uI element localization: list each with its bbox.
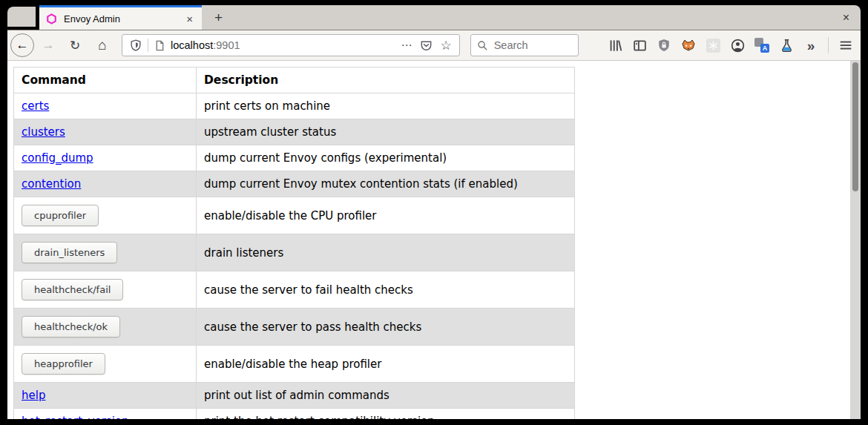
command-button-healthcheck/ok[interactable]: healthcheck/ok bbox=[22, 316, 120, 337]
page-info-icon[interactable] bbox=[154, 40, 165, 51]
description-cell: print the hot restart compatibility vers… bbox=[197, 409, 575, 420]
description-cell: print certs on machine bbox=[197, 93, 575, 119]
description-cell: enable/disable the heap profiler bbox=[197, 346, 575, 383]
command-cell: config_dump bbox=[14, 145, 197, 171]
table-header-row: Command Description bbox=[14, 67, 575, 93]
browser-window: Envoy Admin × + × ← → ↻ ⌂ localhost :990… bbox=[0, 0, 868, 425]
command-cell: certs bbox=[14, 93, 197, 119]
titlebar-spacer bbox=[7, 7, 36, 27]
urlbar-separator bbox=[148, 39, 148, 52]
home-button[interactable]: ⌂ bbox=[92, 37, 113, 53]
description-cell: enable/disable the CPU profiler bbox=[197, 197, 575, 234]
table-row: clustersupstream cluster status bbox=[14, 119, 575, 145]
new-tab-button[interactable]: + bbox=[209, 9, 228, 26]
table-row: healthcheck/okcause the server to pass h… bbox=[14, 309, 575, 346]
command-cell: drain_listeners bbox=[14, 234, 197, 271]
search-placeholder: Search bbox=[494, 39, 528, 51]
vertical-scrollbar[interactable] bbox=[850, 61, 861, 419]
tab-title: Envoy Admin bbox=[64, 13, 184, 24]
command-table-body: certsprint certs on machineclustersupstr… bbox=[14, 93, 575, 420]
disabled-extension-icon[interactable] bbox=[706, 38, 720, 53]
command-column-header: Command bbox=[14, 67, 197, 93]
description-cell: upstream cluster status bbox=[197, 119, 575, 145]
description-cell: cause the server to pass health checks bbox=[197, 309, 575, 346]
table-row: heapprofilerenable/disable the heap prof… bbox=[14, 346, 575, 383]
url-host-text: localhost bbox=[171, 39, 213, 51]
forward-button: → bbox=[39, 38, 58, 53]
command-link-config_dump[interactable]: config_dump bbox=[22, 151, 93, 165]
toolbar-icon-strip: A » bbox=[598, 37, 853, 53]
library-icon[interactable] bbox=[608, 38, 622, 53]
table-row: hot_restart_versionprint the hot restart… bbox=[14, 409, 575, 420]
description-cell: print out list of admin commands bbox=[197, 383, 575, 409]
command-cell: hot_restart_version bbox=[14, 409, 197, 420]
table-row: cpuprofilerenable/disable the CPU profil… bbox=[14, 197, 575, 234]
tab-bar-empty-area: + × bbox=[202, 5, 861, 30]
description-column-header: Description bbox=[197, 67, 575, 93]
table-row: contentiondump current Envoy mutex conte… bbox=[14, 171, 575, 197]
url-port-text: :9901 bbox=[213, 39, 240, 51]
command-cell: cpuprofiler bbox=[14, 197, 197, 234]
reload-button[interactable]: ↻ bbox=[65, 38, 85, 53]
command-button-cpuprofiler[interactable]: cpuprofiler bbox=[22, 205, 99, 226]
command-cell: help bbox=[14, 383, 197, 409]
url-bar[interactable]: localhost :9901 ⋯ ☆ bbox=[122, 34, 460, 56]
sidebar-toggle-icon[interactable] bbox=[632, 38, 647, 53]
tab-close-icon[interactable]: × bbox=[184, 13, 195, 25]
page-actions-icon[interactable]: ⋯ bbox=[401, 39, 412, 52]
shield-lock-extension-icon[interactable] bbox=[657, 38, 671, 53]
envoy-favicon-icon bbox=[46, 13, 57, 24]
description-cell: drain listeners bbox=[197, 234, 575, 271]
command-link-hot_restart_version[interactable]: hot_restart_version bbox=[22, 415, 129, 419]
table-row: healthcheck/failcause the server to fail… bbox=[14, 271, 575, 309]
tracking-protection-shield-icon[interactable] bbox=[130, 39, 142, 51]
tab-bar: Envoy Admin × + × bbox=[7, 5, 861, 30]
page-content: Command Description certsprint certs on … bbox=[7, 61, 861, 419]
table-row: helpprint out list of admin commands bbox=[14, 383, 575, 409]
navigation-toolbar: ← → ↻ ⌂ localhost :9901 ⋯ ☆ bbox=[7, 30, 861, 61]
bookmark-star-icon[interactable]: ☆ bbox=[440, 38, 451, 53]
description-cell: dump current Envoy mutex contention stat… bbox=[197, 171, 575, 197]
flask-extension-icon[interactable] bbox=[779, 38, 794, 53]
command-cell: healthcheck/ok bbox=[14, 309, 197, 346]
command-cell: clusters bbox=[14, 119, 197, 145]
hamburger-menu-icon[interactable] bbox=[838, 38, 853, 53]
account-extension-icon[interactable] bbox=[730, 38, 745, 53]
command-button-drain_listeners[interactable]: drain_listeners bbox=[22, 242, 117, 263]
overflow-menu-icon[interactable]: » bbox=[803, 38, 818, 53]
window-close-button[interactable]: × bbox=[843, 11, 849, 24]
command-link-certs[interactable]: certs bbox=[22, 99, 49, 113]
description-cell: cause the server to fail health checks bbox=[197, 271, 575, 309]
translate-extension-icon[interactable]: A bbox=[754, 38, 769, 53]
pocket-save-icon[interactable] bbox=[420, 39, 433, 52]
table-row: config_dumpdump current Envoy configs (e… bbox=[14, 145, 575, 171]
table-row: certsprint certs on machine bbox=[14, 93, 575, 119]
search-bar[interactable]: Search bbox=[470, 34, 579, 56]
command-button-healthcheck/fail[interactable]: healthcheck/fail bbox=[22, 279, 123, 300]
command-link-help[interactable]: help bbox=[22, 389, 45, 402]
command-cell: heapprofiler bbox=[14, 346, 197, 383]
command-link-contention[interactable]: contention bbox=[22, 177, 81, 191]
toolbar-separator bbox=[828, 37, 829, 53]
scrollbar-thumb[interactable] bbox=[852, 62, 858, 191]
command-button-heapprofiler[interactable]: heapprofiler bbox=[22, 353, 105, 375]
admin-command-table: Command Description certsprint certs on … bbox=[13, 67, 575, 419]
description-cell: dump current Envoy configs (experimental… bbox=[197, 145, 575, 171]
fox-extension-icon[interactable] bbox=[681, 38, 696, 53]
search-icon bbox=[477, 40, 488, 51]
back-button[interactable]: ← bbox=[10, 33, 34, 57]
tab-envoy-admin[interactable]: Envoy Admin × bbox=[39, 5, 202, 30]
command-link-clusters[interactable]: clusters bbox=[22, 125, 65, 139]
table-row: drain_listenersdrain listeners bbox=[14, 234, 575, 271]
command-cell: healthcheck/fail bbox=[14, 271, 197, 309]
command-cell: contention bbox=[14, 171, 197, 197]
